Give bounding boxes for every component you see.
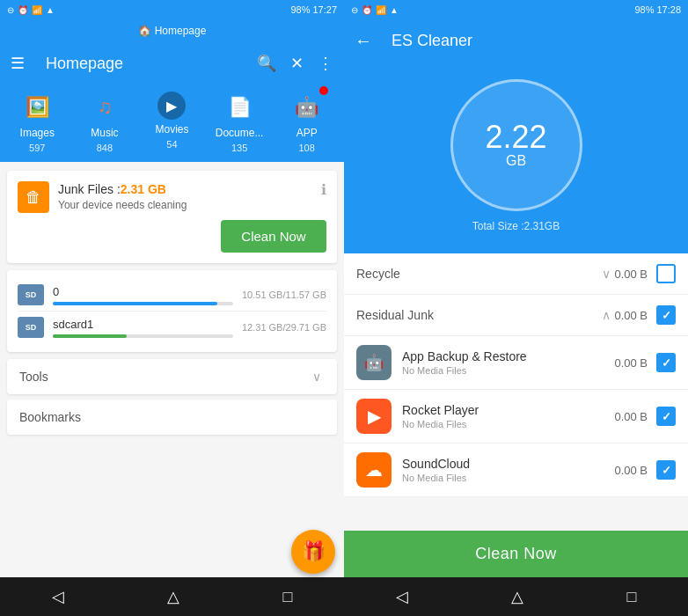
rocket-icon-glyph: ▶ (368, 406, 381, 427)
home-nav-right[interactable]: △ (494, 580, 541, 613)
gauge-total: Total Size :2.31GB (472, 220, 560, 232)
storage-info-1: sdcard1 (53, 318, 233, 338)
soundcloud-app-info: SoundCloud No Media Files (402, 457, 614, 483)
soundcloud-app-name: SoundCloud (402, 457, 614, 471)
left-content-wrapper: 🗑 Junk Files :2.31 GB Your device needs … (0, 162, 344, 616)
backup-app-sub: No Media Files (402, 365, 614, 376)
junk-text: Junk Files :2.31 GB Your device needs cl… (58, 181, 312, 211)
category-app[interactable]: 🤖 APP 108 (281, 92, 333, 153)
back-button-right[interactable]: ← (355, 31, 372, 51)
recycle-row[interactable]: Recycle ∨ 0.00 B (344, 253, 688, 295)
app-row-backup[interactable]: 🤖 App Backup & Restore No Media Files 0.… (344, 336, 688, 390)
music-label: Music (91, 127, 118, 139)
soundcloud-app-sub: No Media Files (402, 473, 614, 483)
junk-title: Junk Files :2.31 GB (58, 181, 312, 197)
junk-card: 🗑 Junk Files :2.31 GB Your device needs … (7, 171, 337, 263)
rocket-app-size: 0.00 B (614, 410, 648, 423)
residual-junk-chevron: ∧ (602, 308, 611, 322)
right-panel: ⊖ ⏰ 📶 ▲ 98% 17:28 ← ES Cleaner 2.22 GB T… (344, 0, 688, 616)
app-icon-cat: 🤖 (291, 92, 323, 123)
soundcloud-icon-glyph: ☁ (365, 459, 383, 480)
clean-now-button-right[interactable]: Clean Now (344, 531, 688, 577)
residual-junk-row[interactable]: Residual Junk ∧ 0.00 B (344, 295, 688, 336)
category-images[interactable]: 🖼️ Images 597 (11, 92, 63, 153)
nav-bar-right: ← ES Cleaner (344, 19, 688, 62)
category-movies[interactable]: ▶ Movies 54 (145, 92, 198, 153)
wifi-icon-r: 📶 (376, 5, 386, 15)
rocket-app-sub: No Media Files (402, 419, 614, 429)
clean-now-button-left[interactable]: Clean Now (221, 220, 326, 253)
rocket-app-icon: ▶ (356, 399, 392, 434)
clock-icon: ⏰ (18, 5, 28, 15)
documents-icon: 📄 (223, 92, 255, 123)
app-count: 108 (298, 143, 314, 153)
recent-nav-right[interactable]: □ (609, 581, 654, 613)
bookmarks-accordion[interactable]: Bookmarks (7, 400, 337, 435)
left-scroll-area[interactable]: 🗑 Junk Files :2.31 GB Your device needs … (0, 162, 344, 577)
gauge-circle: 2.22 GB (450, 79, 582, 211)
back-nav-right[interactable]: ◁ (378, 580, 426, 613)
storage-size-0: 10.51 GB/11.57 GB (242, 290, 326, 300)
notification-icon: ⊖ (7, 5, 14, 15)
gauge-unit: GB (506, 153, 526, 169)
junk-subtitle: Your device needs cleaning (58, 199, 312, 211)
recycle-checkbox[interactable] (656, 264, 676, 283)
status-left-icons: ⊖ ⏰ 📶 ▲ (7, 5, 55, 15)
close-icon[interactable]: ✕ (290, 54, 304, 73)
info-icon: ℹ (321, 181, 326, 198)
junk-size-value: 2.31 GB (121, 182, 166, 196)
tools-label: Tools (19, 370, 48, 384)
storage-bar-fill-1 (53, 334, 127, 338)
storage-info-0: 0 (53, 285, 233, 305)
fab-button[interactable]: 🎁 (291, 530, 335, 574)
app-row-soundcloud[interactable]: ☁ SoundCloud No Media Files 0.00 B (344, 444, 688, 497)
images-icon: 🖼️ (21, 92, 53, 123)
back-nav-left[interactable]: ◁ (34, 580, 82, 613)
tools-accordion[interactable]: Tools ∨ (7, 359, 337, 394)
battery-pct-left: 98% (290, 4, 310, 15)
backup-app-name: App Backup & Restore (402, 349, 614, 363)
backup-app-icon: 🤖 (356, 345, 392, 380)
fab-icon: 🎁 (302, 540, 326, 563)
app-row-rocket[interactable]: ▶ Rocket Player No Media Files 0.00 B (344, 390, 688, 444)
top-bar-left: 🏠 Homepage (0, 19, 344, 42)
residual-junk-checkbox[interactable] (656, 305, 676, 325)
music-icon: ♫ (89, 92, 121, 123)
battery-left: 98% 17:27 (290, 4, 337, 15)
time-right: 17:28 (656, 4, 681, 15)
storage-label-1: sdcard1 (53, 318, 233, 331)
home-nav-left[interactable]: △ (150, 580, 197, 613)
residual-junk-label: Residual Junk (356, 308, 602, 322)
junk-title-label: Junk Files : (58, 182, 121, 196)
movies-label: Movies (155, 123, 188, 136)
nav-title-left: Homepage (35, 42, 257, 84)
status-right-icons: ⊖ ⏰ 📶 ▲ (351, 5, 399, 15)
documents-label: Docume... (216, 127, 264, 139)
category-music[interactable]: ♫ Music 848 (78, 92, 131, 153)
soundcloud-app-icon: ☁ (356, 452, 392, 488)
soundcloud-app-size: 0.00 B (614, 464, 648, 477)
sd-icon-1: SD (18, 317, 44, 338)
rocket-app-name: Rocket Player (402, 403, 614, 417)
menu-icon[interactable]: ☰ (11, 54, 25, 73)
gauge-area: 2.22 GB Total Size :2.31GB (344, 62, 688, 253)
storage-label-0: 0 (53, 285, 233, 298)
residual-junk-size: 0.00 B (614, 309, 648, 322)
battery-pct-right: 98% (634, 4, 654, 15)
nav-right-icons: 🔍 ✕ ⋮ (257, 54, 333, 73)
signal-icon-r: ▲ (390, 5, 399, 15)
battery-right: 98% 17:28 (634, 4, 681, 15)
app-label: APP (296, 127, 318, 139)
more-icon[interactable]: ⋮ (318, 54, 333, 73)
clock-icon-r: ⏰ (362, 5, 372, 15)
images-count: 597 (29, 143, 45, 153)
soundcloud-checkbox[interactable] (656, 460, 676, 480)
category-documents[interactable]: 📄 Docume... 135 (213, 92, 266, 153)
recycle-chevron: ∨ (602, 267, 611, 281)
backup-checkbox[interactable] (656, 353, 676, 372)
rocket-app-info: Rocket Player No Media Files (402, 403, 614, 429)
rocket-checkbox[interactable] (656, 407, 676, 426)
search-icon[interactable]: 🔍 (257, 54, 276, 73)
recent-nav-left[interactable]: □ (265, 581, 310, 613)
list-section: Recycle ∨ 0.00 B Residual Junk ∧ 0.00 B … (344, 253, 688, 531)
